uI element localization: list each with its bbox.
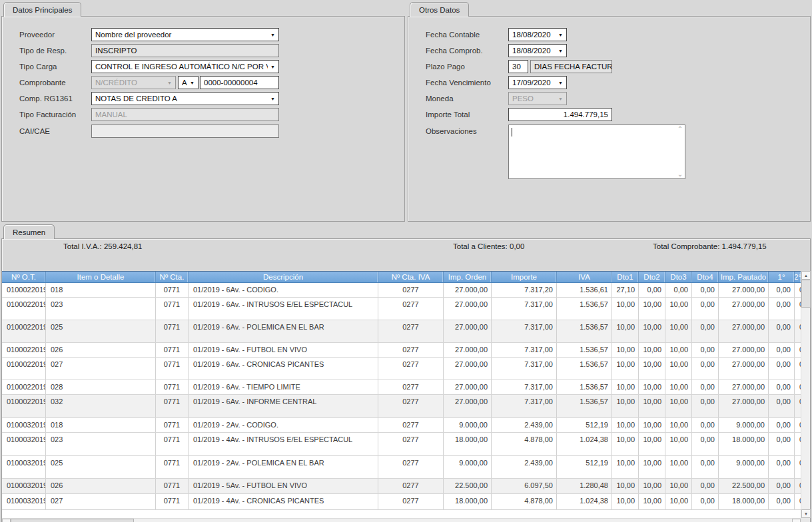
cell-dto4: 0,00	[692, 283, 719, 297]
cell-ot: 0100022019	[2, 358, 46, 380]
vertical-scrollbar[interactable]: ▲ ▼	[801, 271, 810, 518]
total-clientes: Total a Clientes: 0,00	[453, 242, 524, 250]
table-row[interactable]: 0100022019 027 0771 01/2019 - 6Av. - CRO…	[2, 358, 801, 380]
moneda-combobox[interactable]: PESO ▼	[508, 92, 567, 105]
tipo-carga-combobox[interactable]: CONTROL E INGRESO AUTOMÁTICO N/C POR VOL…	[91, 60, 279, 73]
scroll-left-arrow-icon[interactable]: ◀	[2, 519, 11, 522]
chevron-down-icon: ▼	[558, 97, 563, 101]
column-header-ot[interactable]: Nº O.T.	[2, 272, 46, 282]
table-row[interactable]: 0100022019 018 0771 01/2019 - 6Av. - COD…	[2, 283, 801, 298]
cai-cae-input[interactable]	[91, 125, 279, 138]
importe-total-input[interactable]: 1.494.779,15	[508, 108, 612, 121]
table-row[interactable]: 0100032019 023 0771 01/2019 - 4Av. - INT…	[2, 433, 801, 456]
table-row[interactable]: 0100032019 027 0771 01/2019 - 4Av. - CRO…	[2, 494, 801, 510]
cell-cta-iva: 0277	[378, 380, 444, 394]
cell-imp-pautado: 9.000,00	[719, 418, 769, 432]
cell-imp-orden: 27.000,00	[444, 380, 492, 394]
column-header-dto3[interactable]: Dto3	[665, 272, 692, 282]
cell-imp-orden: 9.000,00	[444, 418, 492, 432]
column-header-imp-pautado[interactable]: Imp. Pautado	[719, 272, 769, 282]
observaciones-textarea[interactable]: ⌃ ⌄	[508, 125, 685, 179]
column-header-2[interactable]: 2°	[795, 272, 801, 282]
cell-item: 027	[46, 358, 156, 380]
scroll-down-icon[interactable]: ⌄	[677, 172, 683, 177]
chevron-down-icon: ▼	[167, 81, 172, 85]
cell-dto3: 10,00	[665, 395, 692, 417]
column-header-dto1[interactable]: Dto1	[612, 272, 639, 282]
table-row[interactable]: 0100032019 025 0771 01/2019 - 2Av. - POL…	[2, 456, 801, 479]
fecha-vencimiento-datepicker[interactable]: 17/09/2020 ▼	[508, 76, 567, 89]
cell-imp-pautado: 9.000,00	[719, 456, 769, 478]
scroll-down-arrow-icon[interactable]: ▼	[801, 509, 811, 518]
vertical-scrollbar-track[interactable]	[801, 308, 810, 509]
cell-2: 0,00	[795, 380, 801, 394]
cell-descripcion: 01/2019 - 4Av. - CRONICAS PICANTES	[189, 494, 378, 509]
scroll-up-icon[interactable]: ⌃	[677, 127, 683, 132]
cell-dto1: 10,00	[612, 433, 639, 455]
cell-descripcion: 01/2019 - 2Av. - POLEMICA EN EL BAR	[189, 456, 378, 478]
column-header-dto4[interactable]: Dto4	[692, 272, 719, 282]
cell-importe: 2.439,00	[492, 418, 557, 432]
cell-importe: 7.317,00	[492, 298, 557, 320]
table-row[interactable]: 0100022019 028 0771 01/2019 - 6Av. - TIE…	[2, 380, 801, 395]
rg1361-combobox[interactable]: NOTAS DE CREDITO A ▼	[91, 92, 279, 105]
horizontal-scrollbar-track[interactable]	[134, 519, 792, 522]
tab-datos-principales[interactable]: Datos Principales	[3, 2, 81, 17]
cell-1: 0,00	[769, 418, 795, 432]
cell-iva: 512,19	[557, 418, 612, 432]
vertical-scrollbar-thumb[interactable]	[801, 280, 811, 308]
cell-cta: 0771	[156, 343, 189, 357]
table-row[interactable]: 0100022019 025 0771 01/2019 - 6Av. - POL…	[2, 320, 801, 343]
cell-dto2: 10,00	[639, 395, 665, 417]
cell-2: 0,00	[795, 456, 801, 478]
cell-1: 0,00	[769, 343, 795, 357]
chevron-down-icon: ▼	[558, 33, 563, 37]
cell-ot: 0100022019	[2, 380, 46, 394]
table-row[interactable]: 0100032019 018 0771 01/2019 - 2Av. - COD…	[2, 418, 801, 433]
total-comprobante: Total Comprobante: 1.494.779,15	[653, 242, 767, 250]
column-header-imp-orden[interactable]: Imp. Orden	[444, 272, 492, 282]
column-header-cta-iva[interactable]: Nº Cta. IVA	[378, 272, 444, 282]
plazo-pago-dias-input[interactable]: 30	[508, 60, 528, 73]
column-header-iva[interactable]: IVA	[557, 272, 612, 282]
table-row[interactable]: 0100022019 023 0771 01/2019 - 6Av. - INT…	[2, 298, 801, 320]
horizontal-scrollbar[interactable]: ◀ ▶	[2, 518, 801, 522]
column-header-importe[interactable]: Importe	[492, 272, 557, 282]
scroll-up-arrow-icon[interactable]: ▲	[801, 271, 811, 280]
scroll-right-arrow-icon[interactable]: ▶	[792, 519, 801, 522]
importe-total-label: Importe Total	[426, 111, 470, 119]
text-caret	[512, 128, 512, 136]
column-header-dto2[interactable]: Dto2	[639, 272, 665, 282]
tab-otros-datos[interactable]: Otros Datos	[410, 2, 469, 17]
cell-item: 023	[46, 298, 156, 320]
tab-resumen[interactable]: Resumen	[3, 224, 55, 239]
moneda-label: Moneda	[426, 95, 454, 103]
cell-descripcion: 01/2019 - 2Av. - CODIGO.	[189, 418, 378, 432]
comprobante-letra-combobox[interactable]: A ▼	[178, 76, 199, 89]
table-row[interactable]: 0100032019 026 0771 01/2019 - 5Av. - FUT…	[2, 479, 801, 494]
cai-cae-label: CAI/CAE	[19, 127, 50, 135]
otros-datos-tabstrip: Otros Datos	[408, 2, 811, 16]
cell-descripcion: 01/2019 - 6Av. - INTRUSOS E/EL ESPECTACU…	[189, 298, 378, 320]
cell-dto4: 0,00	[692, 298, 719, 320]
cell-descripcion: 01/2019 - 6Av. - INFORME CENTRAL	[189, 395, 378, 417]
cell-item: 026	[46, 479, 156, 493]
cell-dto4: 0,00	[692, 395, 719, 417]
horizontal-scrollbar-thumb[interactable]	[11, 519, 134, 522]
proveedor-combobox[interactable]: Nombre del proveedor ▼	[91, 28, 279, 41]
fecha-contable-datepicker[interactable]: 18/08/2020 ▼	[508, 28, 567, 41]
comprobante-numero-input[interactable]: 0000-00000004	[200, 76, 279, 89]
column-header-cta[interactable]: Nº Cta.	[156, 272, 189, 282]
column-header-item[interactable]: Item o Detalle	[46, 272, 156, 282]
fecha-comprob-datepicker[interactable]: 18/08/2020 ▼	[508, 44, 567, 57]
column-header-descripcion[interactable]: Descripción	[189, 272, 378, 282]
table-row[interactable]: 0100022019 032 0771 01/2019 - 6Av. - INF…	[2, 395, 801, 418]
cell-dto1: 10,00	[612, 358, 639, 380]
cell-ot: 0100022019	[2, 283, 46, 297]
table-row[interactable]: 0100022019 026 0771 01/2019 - 6Av. - FUT…	[2, 343, 801, 358]
cell-dto4: 0,00	[692, 494, 719, 509]
comprobante-tipo-combobox[interactable]: N/CRÉDITO ▼	[91, 76, 176, 89]
observaciones-scrollbar[interactable]: ⌃ ⌄	[675, 125, 685, 178]
column-header-1[interactable]: 1°	[769, 272, 795, 282]
cell-item: 028	[46, 380, 156, 394]
